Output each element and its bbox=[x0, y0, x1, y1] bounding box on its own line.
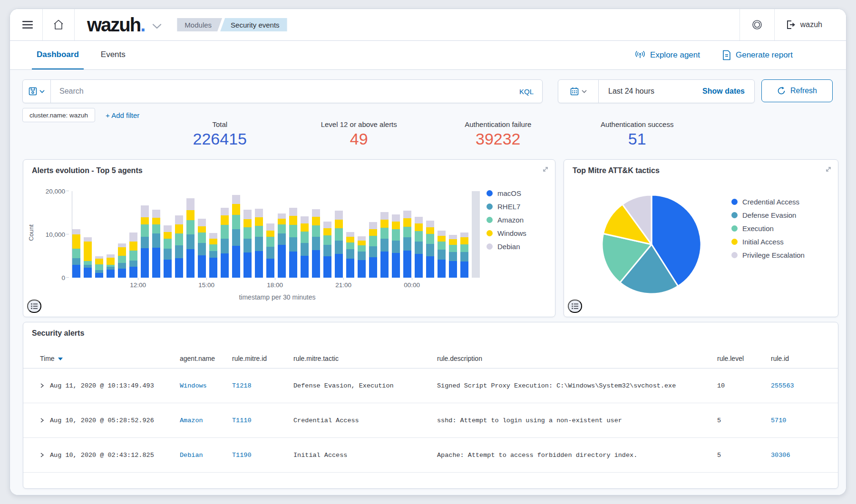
stat-value[interactable]: 226415 bbox=[150, 130, 290, 148]
bar[interactable] bbox=[141, 205, 149, 278]
bar[interactable] bbox=[118, 243, 126, 278]
rule-id-link[interactable]: 5710 bbox=[771, 417, 786, 424]
bar[interactable] bbox=[129, 233, 137, 278]
tab-events[interactable]: Events bbox=[96, 41, 130, 69]
expand-row-icon[interactable] bbox=[40, 418, 44, 423]
time-range-value[interactable]: Last 24 hours bbox=[608, 87, 654, 96]
bar[interactable] bbox=[449, 235, 457, 278]
agent-name-link[interactable]: Debian bbox=[180, 452, 203, 459]
column-header-rule-mitre-tactic[interactable]: rule.mitre.tactic bbox=[293, 351, 437, 368]
bar-partial-bucket[interactable] bbox=[472, 191, 480, 278]
bar[interactable] bbox=[175, 215, 183, 278]
bar[interactable] bbox=[301, 216, 309, 278]
table-row[interactable]: Aug 10, 2020 @ 02:43:12.825DebianT1190In… bbox=[23, 438, 838, 473]
bar[interactable] bbox=[266, 223, 274, 278]
legend-toggle-button[interactable] bbox=[27, 300, 41, 313]
bar[interactable] bbox=[323, 222, 331, 278]
bar[interactable] bbox=[255, 209, 263, 278]
bar[interactable] bbox=[72, 229, 80, 278]
stat-value[interactable]: 39232 bbox=[428, 130, 568, 148]
bar[interactable] bbox=[346, 232, 354, 278]
column-header-rule-description[interactable]: rule.description bbox=[437, 351, 717, 368]
bar[interactable] bbox=[164, 225, 172, 278]
expand-icon[interactable] bbox=[542, 165, 549, 173]
agent-name-link[interactable]: Windows bbox=[180, 382, 207, 389]
bar[interactable] bbox=[186, 198, 195, 278]
generate-report-button[interactable]: Generate report bbox=[722, 50, 793, 60]
filter-pill-cluster-name[interactable]: cluster.name: wazuh bbox=[22, 108, 95, 122]
stat-value[interactable]: 49 bbox=[290, 130, 429, 148]
legend-item-credential-access[interactable]: Credential Access bbox=[731, 198, 805, 206]
bar[interactable] bbox=[392, 214, 400, 278]
column-header-rule-mitre-id[interactable]: rule.mitre.id bbox=[232, 351, 293, 368]
expand-row-icon[interactable] bbox=[40, 453, 44, 457]
table-row[interactable]: Aug 10, 2020 @ 05:28:52.926AmazonT1110Cr… bbox=[23, 403, 838, 438]
bar[interactable] bbox=[289, 208, 297, 278]
bar[interactable] bbox=[403, 211, 411, 278]
legend-item-macos[interactable]: macOS bbox=[486, 189, 526, 197]
kql-selector[interactable]: KQL bbox=[511, 87, 542, 96]
bar[interactable] bbox=[278, 213, 286, 278]
legend-item-debian[interactable]: Debian bbox=[486, 242, 526, 251]
rule-mitre-id-link[interactable]: T1218 bbox=[232, 382, 252, 389]
bar[interactable] bbox=[152, 210, 160, 278]
bar[interactable] bbox=[107, 254, 115, 278]
sort-desc-icon[interactable] bbox=[58, 358, 63, 360]
bar-segment-amazon bbox=[141, 224, 149, 237]
bar[interactable] bbox=[312, 209, 320, 278]
column-header-time[interactable]: Time bbox=[23, 351, 180, 368]
refresh-button[interactable]: Refresh bbox=[761, 79, 833, 102]
legend-item-execution[interactable]: Execution bbox=[731, 224, 805, 233]
menu-icon[interactable] bbox=[22, 21, 33, 29]
bar[interactable] bbox=[84, 237, 92, 278]
bar[interactable] bbox=[460, 233, 468, 278]
search-input[interactable] bbox=[51, 87, 511, 96]
table-row[interactable]: Aug 11, 2020 @ 10:13:49.493WindowsT1218D… bbox=[23, 368, 838, 403]
bar[interactable] bbox=[232, 195, 240, 278]
legend-item-initial-access[interactable]: Initial Access bbox=[731, 238, 805, 246]
rule-mitre-id-link[interactable]: T1110 bbox=[232, 417, 252, 424]
home-icon[interactable] bbox=[52, 19, 65, 30]
rule-id-link[interactable]: 30306 bbox=[771, 452, 790, 459]
bar-segment-amazon bbox=[164, 239, 172, 249]
explore-agent-button[interactable]: Explore agent bbox=[634, 50, 700, 60]
bar[interactable] bbox=[335, 211, 343, 278]
newsfeed-icon[interactable] bbox=[751, 19, 763, 30]
stat-value[interactable]: 51 bbox=[568, 130, 707, 148]
column-header-agent-name[interactable]: agent.name bbox=[180, 351, 232, 368]
legend-item-defense-evasion[interactable]: Defense Evasion bbox=[731, 211, 805, 219]
logout-button[interactable]: wazuh bbox=[775, 20, 834, 29]
column-header-rule-id[interactable]: rule.id bbox=[771, 351, 838, 368]
bar[interactable] bbox=[415, 217, 423, 278]
legend-item-rhel7[interactable]: RHEL7 bbox=[486, 203, 526, 211]
saved-query-button[interactable] bbox=[23, 80, 51, 103]
x-tick-label: 18:00 bbox=[267, 281, 283, 289]
agent-name-link[interactable]: Amazon bbox=[180, 417, 203, 424]
calendar-button[interactable] bbox=[558, 80, 599, 103]
legend-toggle-button[interactable] bbox=[568, 300, 582, 313]
bar[interactable] bbox=[243, 210, 252, 278]
bar[interactable] bbox=[438, 231, 446, 278]
bar[interactable] bbox=[209, 233, 217, 278]
chevron-down-icon[interactable] bbox=[152, 22, 162, 31]
legend-item-windows[interactable]: Windows bbox=[486, 229, 526, 237]
breadcrumb-modules[interactable]: Modules bbox=[177, 18, 222, 31]
tab-dashboard[interactable]: Dashboard bbox=[32, 41, 84, 69]
show-dates-button[interactable]: Show dates bbox=[702, 87, 754, 96]
legend-item-privilege-escalation[interactable]: Privilege Escalation bbox=[731, 251, 805, 259]
bar[interactable] bbox=[198, 219, 206, 278]
add-filter-button[interactable]: + Add filter bbox=[106, 111, 139, 119]
rule-mitre-id-link[interactable]: T1190 bbox=[232, 452, 252, 459]
bar[interactable] bbox=[358, 236, 366, 278]
bar[interactable] bbox=[221, 208, 229, 278]
bar[interactable] bbox=[369, 222, 377, 278]
legend-item-amazon[interactable]: Amazon bbox=[486, 216, 526, 224]
bar[interactable] bbox=[95, 256, 103, 278]
wazuh-logo[interactable]: wazuh. bbox=[87, 15, 145, 34]
rule-id-link[interactable]: 255563 bbox=[771, 382, 794, 389]
bar[interactable] bbox=[426, 221, 434, 278]
expand-icon[interactable] bbox=[825, 165, 832, 173]
column-header-rule-level[interactable]: rule.level bbox=[717, 351, 771, 368]
expand-row-icon[interactable] bbox=[40, 383, 44, 388]
bar[interactable] bbox=[380, 212, 389, 278]
